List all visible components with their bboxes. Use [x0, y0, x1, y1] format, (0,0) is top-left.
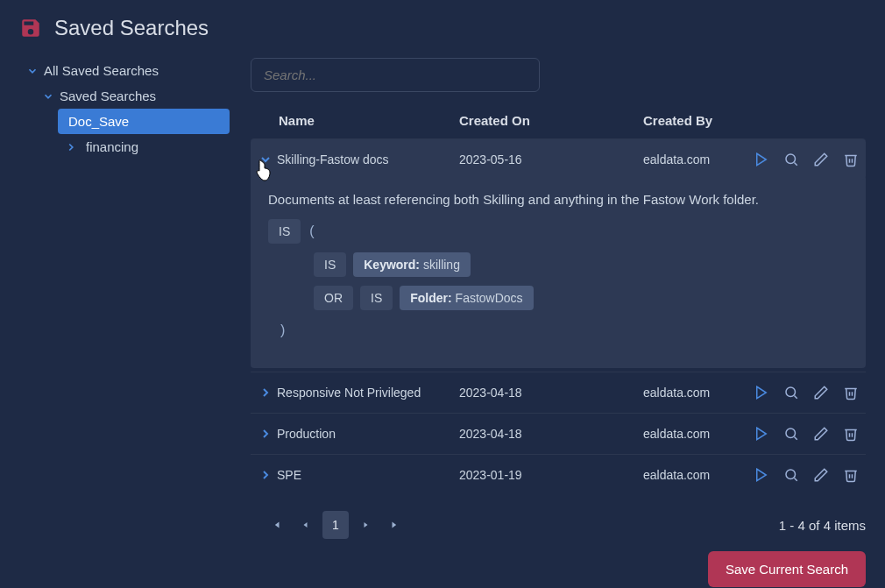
tree-item-doc-save[interactable]: Doc_Save [58, 109, 230, 134]
tree-item-financing[interactable]: financing [58, 134, 230, 159]
play-icon[interactable] [754, 152, 769, 167]
row-by: ealdata.com [643, 427, 731, 441]
page-header: Saved Searches [19, 16, 866, 40]
col-header-created[interactable]: Created On [459, 113, 643, 128]
row-name: Production [277, 427, 459, 441]
edit-icon[interactable] [813, 152, 829, 167]
edit-icon[interactable] [813, 467, 829, 483]
table-row[interactable]: Skilling-Fastow docs 2023-05-16 ealdata.… [251, 138, 866, 180]
row-name: Responsive Not Privileged [277, 386, 459, 400]
row-expander[interactable] [258, 152, 273, 167]
chevron-right-icon [65, 141, 77, 153]
chevron-right-icon [258, 468, 273, 482]
row-by: ealdata.com [643, 468, 731, 482]
table-row[interactable]: Production 2023-04-18 ealdata.com [251, 413, 866, 454]
svg-point-11 [786, 429, 796, 438]
col-header-by[interactable]: Created By [643, 113, 859, 128]
svg-marker-15 [757, 469, 767, 481]
pager-next[interactable] [352, 511, 379, 539]
row-expander[interactable] [258, 385, 273, 400]
pager-status: 1 - 4 of 4 items [779, 518, 866, 533]
chevron-right-icon [258, 427, 273, 441]
op-is-chip: IS [360, 286, 393, 310]
table-header: Name Created On Created By [251, 108, 866, 138]
svg-marker-5 [757, 386, 767, 399]
svg-line-17 [794, 478, 796, 480]
trash-icon[interactable] [843, 426, 859, 442]
pager-last[interactable] [382, 511, 408, 539]
tree-group[interactable]: Saved Searches [35, 83, 230, 109]
save-current-search-button[interactable]: Save Current Search [708, 551, 866, 587]
table-row[interactable]: Responsive Not Privileged 2023-04-18 eal… [251, 372, 866, 413]
table-row[interactable]: SPE 2023-01-19 ealdata.com [251, 454, 866, 495]
row-detail: Documents at least referencing both Skil… [251, 178, 866, 368]
trash-icon[interactable] [843, 385, 859, 400]
svg-marker-0 [757, 153, 767, 166]
svg-point-1 [786, 154, 796, 164]
paren-open: ( [308, 220, 315, 243]
pager-page-current[interactable]: 1 [322, 511, 349, 539]
main-content: Name Created On Created By Skilling-Fast… [251, 58, 866, 587]
svg-marker-10 [757, 428, 767, 440]
row-created: 2023-04-18 [459, 386, 643, 400]
col-header-name[interactable]: Name [258, 113, 459, 128]
search-input[interactable] [251, 58, 540, 92]
edit-icon[interactable] [813, 385, 829, 400]
play-icon[interactable] [754, 467, 769, 483]
chevron-down-icon [258, 152, 273, 166]
op-is-chip: IS [314, 252, 346, 277]
tree-root[interactable]: All Saved Searches [19, 58, 230, 83]
svg-line-2 [794, 162, 796, 165]
row-name: SPE [277, 468, 459, 482]
row-expander[interactable] [258, 467, 273, 483]
op-is-chip: IS [268, 219, 301, 244]
trash-icon[interactable] [843, 152, 859, 167]
detail-description: Documents at least referencing both Skil… [268, 192, 848, 207]
folder-chip: Folder: FastowDocs [400, 286, 533, 310]
play-icon[interactable] [754, 385, 769, 400]
svg-point-16 [786, 470, 796, 479]
play-icon[interactable] [754, 426, 769, 442]
row-by: ealdata.com [643, 152, 731, 166]
chevron-down-icon [42, 90, 54, 103]
pager-first[interactable] [263, 511, 289, 539]
search-icon[interactable] [783, 152, 799, 167]
row-created: 2023-05-16 [459, 152, 643, 166]
svg-line-12 [794, 436, 796, 439]
search-icon[interactable] [783, 385, 799, 400]
row-by: ealdata.com [643, 386, 731, 400]
svg-line-7 [794, 395, 796, 398]
op-or-chip: OR [314, 286, 353, 310]
chevron-down-icon [26, 65, 39, 77]
chevron-right-icon [258, 386, 273, 400]
pager: 1 [263, 511, 408, 539]
row-expander[interactable] [258, 426, 273, 442]
svg-point-6 [786, 387, 796, 397]
trash-icon[interactable] [843, 467, 859, 483]
page-title: Saved Searches [54, 16, 209, 40]
keyword-chip: Keyword: skilling [353, 252, 471, 277]
row-created: 2023-04-18 [459, 427, 643, 441]
row-created: 2023-01-19 [459, 468, 643, 482]
edit-icon[interactable] [813, 426, 829, 442]
save-icon [19, 17, 42, 39]
search-icon[interactable] [783, 467, 799, 483]
paren-close: ) [279, 319, 287, 342]
pager-prev[interactable] [293, 511, 319, 539]
row-name: Skilling-Fastow docs [277, 152, 459, 166]
sidebar: All Saved Searches Saved Searches Doc_Sa… [19, 58, 230, 587]
search-icon[interactable] [783, 426, 799, 442]
